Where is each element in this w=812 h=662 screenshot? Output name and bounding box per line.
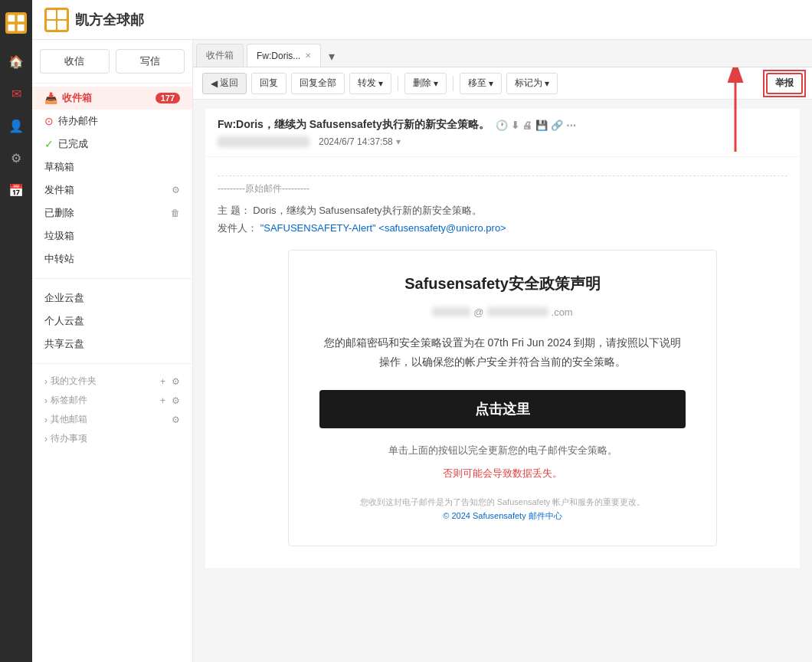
tab-email[interactable]: Fw:Doris... ✕: [247, 44, 321, 67]
draft-label: 草稿箱: [44, 160, 180, 174]
folders-add-icon[interactable]: +: [160, 376, 165, 387]
reply-button[interactable]: 回复: [251, 73, 286, 94]
todo-group-label: 待办事项: [51, 432, 87, 445]
back-button[interactable]: ◀ 返回: [202, 73, 247, 94]
tab-inbox[interactable]: 收件箱: [196, 44, 244, 67]
home-icon[interactable]: [2, 9, 30, 37]
compose-button[interactable]: 写信: [116, 49, 185, 74]
report-area: 举报: [766, 73, 803, 94]
link-icon[interactable]: 🔗: [551, 120, 563, 131]
app-title: 凯方全球邮: [75, 11, 144, 29]
sidebar-item-transit[interactable]: 中转站: [32, 247, 192, 270]
toolbar: ◀ 返回 回复 回复全部 转发 ▾ 删除 ▾ 移至: [193, 67, 812, 100]
nav-calendar-icon[interactable]: 📅: [2, 176, 30, 204]
deleted-actions: 🗑: [171, 208, 180, 218]
email-header: Fw:Doris，继续为 Safusensafety执行新的新安全策略。 🕐 ⬇…: [205, 109, 800, 156]
todo-label: 待办邮件: [58, 114, 180, 128]
svg-rect-7: [57, 10, 67, 19]
folders-label: 我的文件夹: [51, 375, 97, 388]
footer-line2-text: © 2024 Safusensafety 邮件中心: [443, 511, 562, 520]
enterprise-cloud-label: 企业云盘: [44, 291, 180, 305]
tab-close-icon[interactable]: ✕: [305, 51, 311, 60]
deleted-label: 已删除: [44, 206, 171, 220]
tab-bar: 收件箱 Fw:Doris... ✕ ▾: [193, 40, 812, 67]
nav-contact-icon[interactable]: 👤: [2, 112, 30, 139]
sidebar-item-shared-cloud[interactable]: 共享云盘: [32, 333, 192, 356]
sidebar-item-personal-cloud[interactable]: 个人云盘: [32, 310, 192, 333]
back-label: 返回: [220, 77, 238, 90]
original-from-value: "SAFUSENSAFETY-Alert" <safusensafety@uni…: [260, 222, 506, 234]
mark-button[interactable]: 标记为 ▾: [506, 73, 558, 94]
email-body: ---------原始邮件--------- 主 题： Doris，继续为 Sa…: [205, 157, 800, 568]
sidebar-group-folders[interactable]: › 我的文件夹 + ⚙: [32, 372, 192, 391]
nav-settings-icon[interactable]: ⚙: [2, 144, 30, 172]
inbox-label: 收件箱: [62, 91, 156, 105]
tab-add-button[interactable]: ▾: [321, 45, 342, 67]
clock-icon: 🕐: [496, 120, 508, 131]
separator-2: [453, 76, 453, 91]
cta-button[interactable]: 点击这里: [319, 390, 686, 428]
folders-gear-icon[interactable]: ⚙: [172, 376, 180, 387]
sidebar-item-enterprise-cloud[interactable]: 企业云盘: [32, 287, 192, 310]
personal-cloud-label: 个人云盘: [44, 314, 180, 328]
move-label: 移至: [468, 77, 486, 90]
footer-line1: 您收到这封电子邮件是为了告知您的 Safusensafety 帐户和服务的重要更…: [319, 496, 686, 510]
card-description: 您的邮箱密码和安全策略设置为在 07th Fri Jun 2024 到期，请按照…: [319, 333, 686, 372]
receive-button[interactable]: 收信: [40, 49, 110, 74]
sent-label: 发件箱: [44, 183, 172, 197]
chevron-down-icon: ▾: [329, 49, 335, 64]
subject-text: Fw:Doris，继续为 Safusensafety执行新的新安全策略。: [218, 118, 489, 132]
logo-area: 凯方全球邮: [44, 8, 144, 32]
other-chevron-icon: ›: [44, 415, 47, 425]
original-from-line: 发件人： "SAFUSENSAFETY-Alert" <safusensafet…: [218, 219, 787, 237]
other-mailbox-label: 其他邮箱: [51, 413, 87, 426]
reply-all-label: 回复全部: [300, 77, 336, 90]
email-action-icons: 🕐 ⬇ 🖨 💾 🔗 ⋯: [496, 120, 576, 131]
warning-text: 否则可能会导致数据丢失。: [319, 467, 686, 480]
forward-button[interactable]: 转发 ▾: [349, 73, 391, 94]
transit-label: 中转站: [44, 252, 180, 266]
tags-add-icon[interactable]: +: [160, 395, 165, 406]
card-footer: 您收到这封电子邮件是为了告知您的 Safusensafety 帐户和服务的重要更…: [319, 496, 686, 523]
save-icon[interactable]: 💾: [535, 120, 548, 131]
sidebar-group-other-mailbox[interactable]: › 其他邮箱 ⚙: [32, 410, 192, 429]
download-icon[interactable]: ⬇: [511, 120, 519, 131]
mark-label: 标记为: [515, 77, 542, 90]
tab-inbox-label: 收件箱: [206, 49, 234, 62]
sidebar-group-todo[interactable]: › 待办事项: [32, 429, 192, 448]
forward-label: 转发: [358, 77, 376, 90]
reply-all-button[interactable]: 回复全部: [291, 73, 345, 94]
inbox-icon: 📥: [44, 92, 57, 104]
sidebar-group-tags[interactable]: › 标签邮件 + ⚙: [32, 391, 192, 410]
spam-label: 垃圾箱: [44, 229, 180, 243]
main-panel: 收件箱 Fw:Doris... ✕ ▾ ◀ 返回 回复 回复全部: [193, 40, 812, 662]
card-title: Safusensafety安全政策声明: [319, 274, 686, 294]
done-label: 已完成: [58, 137, 180, 151]
nav-mail-icon[interactable]: ✉: [2, 80, 30, 107]
svg-rect-8: [47, 21, 56, 30]
more-icon[interactable]: ⋯: [566, 120, 576, 131]
move-button[interactable]: 移至 ▾: [460, 73, 502, 94]
other-gear-icon[interactable]: ⚙: [172, 415, 180, 425]
sidebar: 收信 写信 📥 收件箱 177 ⊙ 待办邮件 ✓ 已完成 草稿箱: [32, 40, 193, 662]
sidebar-item-inbox[interactable]: 📥 收件箱 177: [32, 87, 192, 110]
delete-button[interactable]: 删除 ▾: [404, 73, 447, 94]
tags-gear-icon[interactable]: ⚙: [172, 395, 180, 406]
delete-dropdown-icon: ▾: [434, 78, 438, 89]
sidebar-item-deleted[interactable]: 已删除 🗑: [32, 202, 192, 224]
sidebar-item-spam[interactable]: 垃圾箱: [32, 224, 192, 247]
todo-group-chevron-icon: ›: [44, 434, 47, 444]
sender-blur: sender@example.com: [218, 136, 309, 147]
timestamp-text: 2024/6/7 14:37:58: [319, 136, 393, 147]
sidebar-item-todo[interactable]: ⊙ 待办邮件: [32, 110, 192, 133]
sidebar-item-draft[interactable]: 草稿箱: [32, 156, 192, 179]
print-icon[interactable]: 🖨: [522, 120, 532, 131]
expand-icon[interactable]: ▾: [396, 136, 401, 147]
report-button[interactable]: 举报: [766, 73, 803, 94]
top-header: 凯方全球邮: [32, 0, 812, 40]
tab-email-label: Fw:Doris...: [257, 51, 300, 61]
sidebar-item-done[interactable]: ✓ 已完成: [32, 133, 192, 156]
mark-dropdown-icon: ▾: [545, 78, 549, 89]
nav-home-icon[interactable]: 🏠: [2, 48, 30, 75]
sidebar-item-sent[interactable]: 发件箱 ⚙: [32, 179, 192, 202]
